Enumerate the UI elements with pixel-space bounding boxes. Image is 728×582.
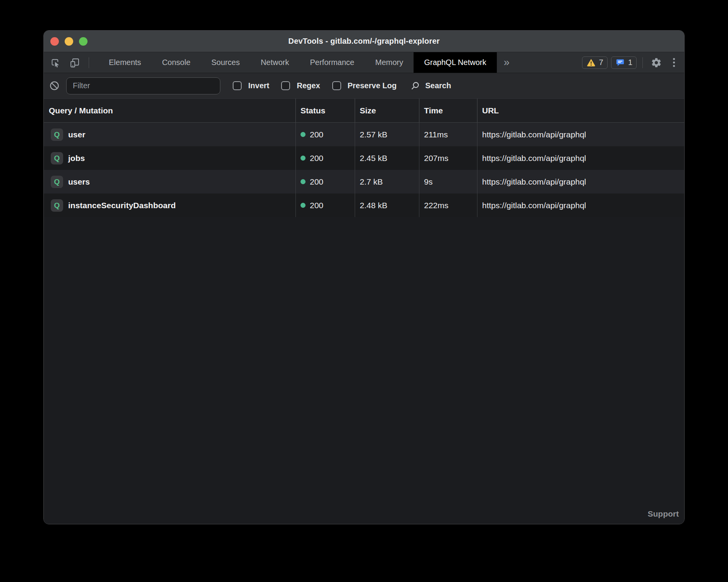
device-toolbar-icon[interactable] bbox=[69, 57, 80, 68]
request-url: https://gitlab.com/api/graphql bbox=[477, 123, 684, 146]
badge-separator bbox=[642, 57, 643, 68]
status-ok-dot bbox=[300, 179, 306, 184]
tab-console[interactable]: Console bbox=[151, 52, 201, 73]
preserve-log-checkbox[interactable] bbox=[332, 81, 341, 90]
column-header-size[interactable]: Size bbox=[355, 99, 419, 122]
invert-label: Invert bbox=[248, 81, 269, 90]
tab-performance[interactable]: Performance bbox=[300, 52, 365, 73]
response-size: 2.7 kB bbox=[355, 170, 419, 193]
query-name: users bbox=[68, 177, 90, 187]
warning-triangle-icon bbox=[586, 58, 596, 67]
request-url: https://gitlab.com/api/graphql bbox=[477, 146, 684, 170]
query-type-badge: Q bbox=[51, 152, 63, 164]
tab-network[interactable]: Network bbox=[250, 52, 299, 73]
more-tabs-chevron-icon[interactable]: » bbox=[497, 52, 517, 73]
response-time: 222ms bbox=[419, 193, 477, 217]
empty-results-area: Support bbox=[44, 217, 684, 524]
table-row[interactable]: Q users 200 2.7 kB 9s https://gitlab.com… bbox=[44, 170, 684, 193]
clear-block-icon[interactable] bbox=[49, 80, 60, 91]
filter-bar: Invert Regex Preserve Log Search bbox=[44, 73, 684, 99]
response-time: 9s bbox=[419, 170, 477, 193]
status-ok-dot bbox=[300, 203, 306, 208]
column-header-time[interactable]: Time bbox=[419, 99, 477, 122]
search-control[interactable]: Search bbox=[410, 81, 451, 91]
regex-checkbox[interactable] bbox=[281, 81, 290, 90]
table-row[interactable]: Q instanceSecurityDashboard 200 2.48 kB … bbox=[44, 193, 684, 217]
status-ok-dot bbox=[300, 132, 306, 137]
toolbar-right-controls: 7 1 bbox=[582, 52, 684, 73]
response-time: 211ms bbox=[419, 123, 477, 146]
devtools-window: DevTools - gitlab.com/-/graphql-explorer bbox=[43, 30, 685, 524]
status-ok-dot bbox=[300, 156, 306, 161]
table-row[interactable]: Q jobs 200 2.45 kB 207ms https://gitlab.… bbox=[44, 146, 684, 170]
close-button[interactable] bbox=[50, 37, 59, 46]
query-name: user bbox=[68, 130, 85, 139]
tab-sources[interactable]: Sources bbox=[201, 52, 250, 73]
chat-bubble-icon bbox=[615, 58, 625, 67]
query-type-badge: Q bbox=[51, 199, 63, 212]
table-row[interactable]: Q user 200 2.57 kB 211ms https://gitlab.… bbox=[44, 123, 684, 146]
messages-badge[interactable]: 1 bbox=[611, 56, 637, 69]
maximize-button[interactable] bbox=[79, 37, 88, 46]
response-size: 2.48 kB bbox=[355, 193, 419, 217]
toolbar-left-icons bbox=[44, 52, 80, 73]
column-header-status[interactable]: Status bbox=[296, 99, 355, 122]
filter-input[interactable] bbox=[66, 77, 220, 94]
traffic-lights bbox=[50, 31, 88, 52]
request-url: https://gitlab.com/api/graphql bbox=[477, 193, 684, 217]
title-bar: DevTools - gitlab.com/-/graphql-explorer bbox=[44, 31, 684, 52]
settings-gear-icon[interactable] bbox=[651, 57, 662, 68]
response-time: 207ms bbox=[419, 146, 477, 170]
tabbar-spacer bbox=[517, 52, 582, 73]
messages-count: 1 bbox=[628, 58, 632, 67]
regex-checkbox-group: Regex bbox=[281, 81, 320, 90]
preserve-log-label: Preserve Log bbox=[348, 81, 397, 90]
inspect-element-icon[interactable] bbox=[50, 57, 61, 68]
window-title: DevTools - gitlab.com/-/graphql-explorer bbox=[288, 37, 440, 46]
invert-checkbox-group: Invert bbox=[233, 81, 269, 90]
column-header-query-mutation[interactable]: Query / Mutation bbox=[44, 99, 296, 122]
warnings-count: 7 bbox=[599, 58, 603, 67]
panel-tabs: Elements Console Sources Network Perform… bbox=[98, 52, 497, 73]
toolbar-separator bbox=[89, 57, 89, 68]
column-header-url[interactable]: URL bbox=[477, 99, 684, 122]
tab-memory[interactable]: Memory bbox=[365, 52, 414, 73]
query-type-badge: Q bbox=[51, 176, 63, 188]
response-size: 2.57 kB bbox=[355, 123, 419, 146]
status-code: 200 bbox=[310, 201, 323, 210]
response-size: 2.45 kB bbox=[355, 146, 419, 170]
preserve-log-checkbox-group: Preserve Log bbox=[332, 81, 397, 90]
table-header-row: Query / Mutation Status Size Time URL bbox=[44, 99, 684, 123]
warnings-badge[interactable]: 7 bbox=[582, 56, 608, 69]
status-code: 200 bbox=[310, 154, 323, 163]
status-code: 200 bbox=[310, 130, 323, 139]
kebab-menu-icon[interactable] bbox=[671, 58, 677, 67]
tab-elements[interactable]: Elements bbox=[98, 52, 151, 73]
query-name: jobs bbox=[68, 154, 85, 163]
query-name: instanceSecurityDashboard bbox=[68, 201, 176, 210]
request-url: https://gitlab.com/api/graphql bbox=[477, 170, 684, 193]
devtools-tab-bar: Elements Console Sources Network Perform… bbox=[44, 52, 684, 73]
search-icon bbox=[410, 81, 420, 91]
tab-graphql-network[interactable]: GraphQL Network bbox=[414, 52, 496, 73]
minimize-button[interactable] bbox=[65, 37, 73, 46]
status-code: 200 bbox=[310, 177, 323, 187]
invert-checkbox[interactable] bbox=[233, 81, 242, 90]
regex-label: Regex bbox=[297, 81, 320, 90]
query-type-badge: Q bbox=[51, 128, 63, 141]
support-link[interactable]: Support bbox=[648, 509, 679, 519]
search-label: Search bbox=[425, 81, 451, 90]
